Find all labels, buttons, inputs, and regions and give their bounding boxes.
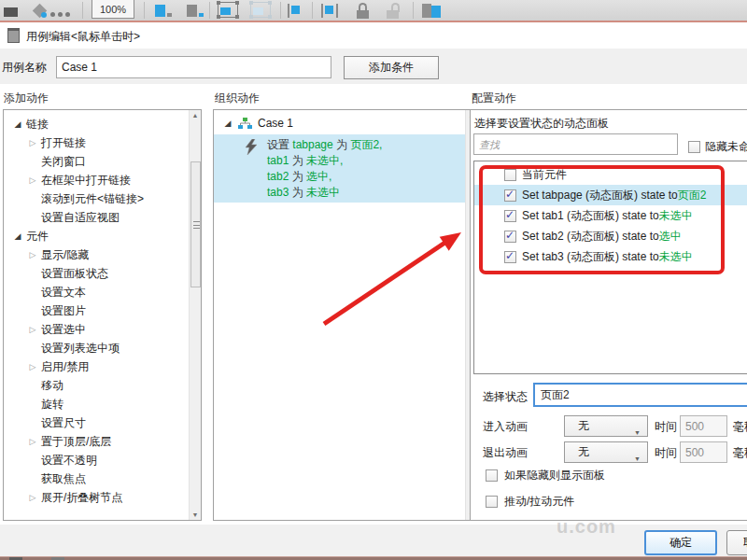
- search-input[interactable]: [473, 133, 678, 155]
- enter-animation-dropdown[interactable]: 无▼: [564, 415, 648, 437]
- toolbar-separator: [209, 2, 210, 19]
- show-if-hidden-option[interactable]: 如果隐藏则显示面板: [486, 468, 605, 483]
- toolbar-separator: [312, 2, 313, 19]
- align-right-icon[interactable]: [187, 5, 197, 17]
- exit-animation-label: 退出动画: [483, 445, 528, 461]
- panel-row-current[interactable]: 当前元件: [474, 164, 747, 185]
- tree-item[interactable]: 设置图片: [4, 301, 188, 320]
- tree-item[interactable]: ▷展开/折叠树节点: [4, 488, 188, 507]
- toolbar-separator: [280, 2, 281, 19]
- tree-item[interactable]: 获取焦点: [4, 469, 188, 488]
- tree-item[interactable]: 设置列表选中项: [4, 339, 188, 357]
- select-state-combobox[interactable]: 页面2: [533, 383, 747, 407]
- add-actions-panel: ◢链接 ▷打开链接 关闭窗口 ▷在框架中打开链接 滚动到元件<锚链接> 设置自适…: [3, 109, 202, 521]
- case-name-row: 用例名称 添加条件: [0, 49, 747, 84]
- distribute-v-icon: [325, 6, 333, 14]
- collapsed-icon[interactable]: ▷: [26, 325, 39, 334]
- hide-unnamed-option[interactable]: 隐藏未命名的: [688, 139, 747, 155]
- unlock-icon[interactable]: [387, 0, 402, 21]
- collapsed-icon[interactable]: ▷: [26, 175, 39, 185]
- exit-time-input[interactable]: [680, 441, 727, 463]
- tree-item[interactable]: 设置尺寸: [4, 413, 188, 432]
- case-tree-row[interactable]: ◢ Case 1: [214, 114, 477, 133]
- row-checkbox-checked[interactable]: ✓: [504, 231, 516, 243]
- scroll-down-icon[interactable]: ▼: [190, 511, 201, 518]
- panel-row-tab2[interactable]: ✓ Set tab2 (动态面板) state to 选中: [474, 226, 747, 246]
- ungroup-icon[interactable]: [250, 2, 271, 18]
- organize-actions-panel: ◢ Case 1 设置 tabpage 为 页面2, tab1 为 未选中, t…: [213, 109, 478, 521]
- row-checkbox-checked[interactable]: ✓: [504, 251, 516, 263]
- panel-row-tab3[interactable]: ✓ Set tab3 (动态面板) state to 未选中: [474, 246, 747, 267]
- push-pull-option[interactable]: 推动/拉动元件: [486, 494, 574, 510]
- distribute-v-icon: [336, 4, 338, 18]
- add-actions-header: 添加动作: [4, 91, 49, 106]
- collapsed-icon[interactable]: ▷: [26, 493, 39, 502]
- exit-animation-dropdown[interactable]: 无▼: [564, 441, 648, 463]
- tree-group-links[interactable]: ◢链接: [4, 115, 188, 133]
- exit-ms-label: 毫秒: [733, 445, 747, 461]
- hide-unnamed-checkbox[interactable]: [688, 141, 700, 153]
- expanded-icon[interactable]: ◢: [221, 119, 234, 128]
- selected-action-item[interactable]: 设置 tabpage 为 页面2, tab1 为 未选中, tab2 为 选中,…: [214, 134, 465, 203]
- panel-row-tabpage[interactable]: ✓ Set tabpage (动态面板) state to 页面2: [474, 185, 747, 205]
- row-checkbox[interactable]: [504, 169, 516, 181]
- lock-icon[interactable]: [357, 0, 372, 21]
- align-left-icon[interactable]: [155, 5, 165, 17]
- case-name-input[interactable]: [56, 56, 331, 78]
- tree-item[interactable]: 旋转: [4, 395, 188, 413]
- distribute-h-icon: [291, 6, 300, 14]
- distribute-v-icon[interactable]: [321, 4, 323, 18]
- widget-icon[interactable]: [4, 7, 18, 17]
- tree-item[interactable]: 设置自适应视图: [4, 208, 188, 227]
- tree-item[interactable]: 关闭窗口: [4, 152, 188, 171]
- more-dot-icon[interactable]: [58, 12, 63, 17]
- dropdown-arrow-icon: ▼: [634, 423, 641, 442]
- expanded-icon[interactable]: ◢: [11, 231, 24, 241]
- enter-ms-label: 毫秒: [733, 419, 747, 435]
- toolbar-separator: [144, 2, 145, 19]
- layers-icon[interactable]: [422, 4, 431, 18]
- tree-item[interactable]: ▷打开链接: [4, 133, 188, 152]
- lightning-bolt-icon: [245, 139, 258, 155]
- add-condition-button[interactable]: 添加条件: [344, 56, 439, 79]
- tree-group-widgets[interactable]: ◢元件: [4, 227, 188, 245]
- more-dot-icon[interactable]: [50, 12, 55, 17]
- collapsed-icon[interactable]: ▷: [26, 437, 39, 446]
- row-checkbox-checked[interactable]: ✓: [504, 210, 516, 222]
- tree-item[interactable]: ▷设置选中: [4, 320, 188, 339]
- tree-item[interactable]: 设置面板状态: [4, 264, 188, 283]
- add-actions-tree: ◢链接 ▷打开链接 关闭窗口 ▷在框架中打开链接 滚动到元件<锚链接> 设置自适…: [4, 115, 188, 507]
- scroll-up-icon[interactable]: ▲: [190, 112, 201, 119]
- show-if-hidden-checkbox[interactable]: [486, 469, 498, 482]
- row-checkbox-checked[interactable]: ✓: [504, 189, 516, 202]
- tree-item[interactable]: ▷在框架中打开链接: [4, 171, 188, 189]
- panel-row-tab1[interactable]: ✓ Set tab1 (动态面板) state to 未选中: [474, 205, 747, 226]
- cancel-button[interactable]: 取消: [726, 530, 747, 555]
- tree-item[interactable]: 设置文本: [4, 283, 188, 301]
- enter-time-input[interactable]: [680, 415, 727, 437]
- left-scrollbar[interactable]: ▲ ▼: [189, 110, 201, 520]
- dynamic-panel-list[interactable]: 当前元件 ✓ Set tabpage (动态面板) state to 页面2 ✓…: [473, 161, 747, 374]
- group-icon[interactable]: [218, 2, 238, 18]
- collapsed-icon[interactable]: ▷: [26, 138, 39, 147]
- organize-actions-header: 组织动作: [215, 91, 260, 106]
- select-panel-subtitle: 选择要设置状态的动态面板: [474, 116, 609, 132]
- scrollbar-thumb[interactable]: [190, 161, 201, 287]
- distribute-h-icon[interactable]: [288, 4, 289, 18]
- tree-item[interactable]: 滚动到元件<锚链接>: [4, 189, 188, 208]
- dialog-icon: [7, 28, 20, 43]
- tree-item[interactable]: ▷启用/禁用: [4, 357, 188, 376]
- push-pull-checkbox[interactable]: [486, 496, 498, 508]
- toolbar-separator: [413, 2, 414, 19]
- ok-button[interactable]: 确定: [644, 530, 717, 555]
- tree-item[interactable]: 移动: [4, 376, 188, 395]
- expanded-icon[interactable]: ◢: [11, 119, 24, 129]
- more-dot-icon[interactable]: [65, 12, 70, 17]
- zoom-select[interactable]: 100%: [92, 0, 134, 19]
- tree-item[interactable]: 设置不透明: [4, 451, 188, 469]
- layers-icon: [431, 6, 441, 18]
- tree-item[interactable]: ▷置于顶层/底层: [4, 432, 188, 451]
- tree-item[interactable]: ▷显示/隐藏: [4, 245, 188, 264]
- collapsed-icon[interactable]: ▷: [26, 362, 39, 371]
- collapsed-icon[interactable]: ▷: [26, 250, 39, 259]
